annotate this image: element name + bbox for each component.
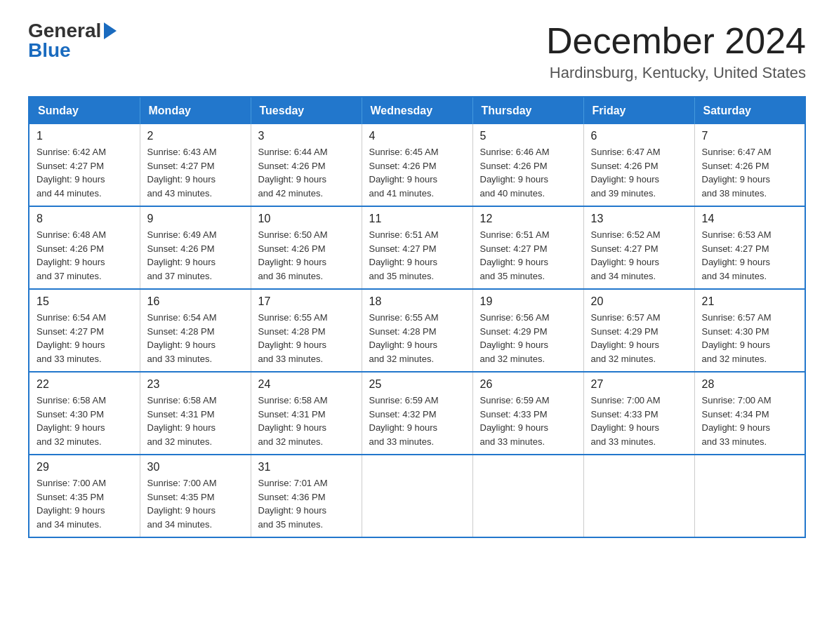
day-info: Sunrise: 6:51 AM Sunset: 4:27 PM Dayligh… bbox=[369, 228, 465, 283]
day-number: 4 bbox=[369, 130, 465, 142]
day-info: Sunrise: 6:43 AM Sunset: 4:27 PM Dayligh… bbox=[147, 145, 244, 200]
day-number: 15 bbox=[37, 295, 133, 308]
table-row: 16 Sunrise: 6:54 AM Sunset: 4:28 PM Dayl… bbox=[140, 289, 251, 372]
table-row bbox=[583, 455, 694, 537]
col-thursday: Thursday bbox=[472, 97, 583, 124]
calendar-week-row: 8 Sunrise: 6:48 AM Sunset: 4:26 PM Dayli… bbox=[29, 206, 805, 289]
col-monday: Monday bbox=[140, 97, 251, 124]
table-row: 20 Sunrise: 6:57 AM Sunset: 4:29 PM Dayl… bbox=[583, 289, 694, 372]
table-row bbox=[362, 455, 472, 537]
day-number: 30 bbox=[147, 461, 244, 474]
col-saturday: Saturday bbox=[694, 97, 805, 124]
table-row: 11 Sunrise: 6:51 AM Sunset: 4:27 PM Dayl… bbox=[362, 206, 472, 289]
table-row: 8 Sunrise: 6:48 AM Sunset: 4:26 PM Dayli… bbox=[29, 206, 140, 289]
calendar-week-row: 15 Sunrise: 6:54 AM Sunset: 4:27 PM Dayl… bbox=[29, 289, 805, 372]
calendar-week-row: 22 Sunrise: 6:58 AM Sunset: 4:30 PM Dayl… bbox=[29, 372, 805, 455]
table-row: 10 Sunrise: 6:50 AM Sunset: 4:26 PM Dayl… bbox=[251, 206, 362, 289]
day-info: Sunrise: 6:54 AM Sunset: 4:27 PM Dayligh… bbox=[37, 311, 133, 365]
table-row: 7 Sunrise: 6:47 AM Sunset: 4:26 PM Dayli… bbox=[694, 124, 805, 206]
day-info: Sunrise: 6:58 AM Sunset: 4:30 PM Dayligh… bbox=[37, 394, 133, 448]
day-number: 2 bbox=[147, 130, 244, 142]
day-info: Sunrise: 6:55 AM Sunset: 4:28 PM Dayligh… bbox=[258, 311, 355, 365]
day-number: 16 bbox=[147, 295, 244, 308]
day-info: Sunrise: 6:53 AM Sunset: 4:27 PM Dayligh… bbox=[702, 228, 798, 283]
calendar-week-row: 29 Sunrise: 7:00 AM Sunset: 4:35 PM Dayl… bbox=[29, 455, 805, 537]
table-row: 23 Sunrise: 6:58 AM Sunset: 4:31 PM Dayl… bbox=[140, 372, 251, 455]
day-number: 13 bbox=[591, 213, 687, 225]
table-row: 19 Sunrise: 6:56 AM Sunset: 4:29 PM Dayl… bbox=[472, 289, 583, 372]
day-number: 10 bbox=[258, 213, 355, 225]
table-row: 24 Sunrise: 6:58 AM Sunset: 4:31 PM Dayl… bbox=[251, 372, 362, 455]
day-number: 22 bbox=[37, 378, 133, 391]
day-info: Sunrise: 6:46 AM Sunset: 4:26 PM Dayligh… bbox=[480, 145, 576, 200]
table-row: 22 Sunrise: 6:58 AM Sunset: 4:30 PM Dayl… bbox=[29, 372, 140, 455]
day-number: 8 bbox=[37, 213, 133, 225]
day-info: Sunrise: 6:51 AM Sunset: 4:27 PM Dayligh… bbox=[480, 228, 576, 283]
col-sunday: Sunday bbox=[29, 97, 140, 124]
col-friday: Friday bbox=[583, 97, 694, 124]
page-header: General Blue December 2024 Hardinsburg, … bbox=[28, 21, 806, 82]
day-info: Sunrise: 6:42 AM Sunset: 4:27 PM Dayligh… bbox=[37, 145, 133, 200]
table-row: 3 Sunrise: 6:44 AM Sunset: 4:26 PM Dayli… bbox=[251, 124, 362, 206]
page-subtitle: Hardinsburg, Kentucky, United States bbox=[546, 64, 806, 82]
day-number: 14 bbox=[702, 213, 798, 225]
day-number: 7 bbox=[702, 130, 798, 142]
table-row: 29 Sunrise: 7:00 AM Sunset: 4:35 PM Dayl… bbox=[29, 455, 140, 537]
table-row bbox=[694, 455, 805, 537]
day-number: 18 bbox=[369, 295, 465, 308]
table-row: 31 Sunrise: 7:01 AM Sunset: 4:36 PM Dayl… bbox=[251, 455, 362, 537]
day-info: Sunrise: 6:47 AM Sunset: 4:26 PM Dayligh… bbox=[702, 145, 798, 200]
day-info: Sunrise: 6:58 AM Sunset: 4:31 PM Dayligh… bbox=[258, 394, 355, 448]
day-number: 25 bbox=[369, 378, 465, 391]
table-row: 21 Sunrise: 6:57 AM Sunset: 4:30 PM Dayl… bbox=[694, 289, 805, 372]
day-number: 12 bbox=[480, 213, 576, 225]
day-number: 3 bbox=[258, 130, 355, 142]
day-number: 11 bbox=[369, 213, 465, 225]
day-number: 31 bbox=[258, 461, 355, 474]
table-row: 9 Sunrise: 6:49 AM Sunset: 4:26 PM Dayli… bbox=[140, 206, 251, 289]
calendar-table: Sunday Monday Tuesday Wednesday Thursday… bbox=[28, 96, 806, 538]
logo-blue: Blue bbox=[28, 41, 71, 60]
day-number: 17 bbox=[258, 295, 355, 308]
day-number: 20 bbox=[591, 295, 687, 308]
table-row: 12 Sunrise: 6:51 AM Sunset: 4:27 PM Dayl… bbox=[472, 206, 583, 289]
page-title: December 2024 bbox=[546, 21, 806, 61]
day-number: 23 bbox=[147, 378, 244, 391]
col-wednesday: Wednesday bbox=[362, 97, 472, 124]
day-info: Sunrise: 6:54 AM Sunset: 4:28 PM Dayligh… bbox=[147, 311, 244, 365]
day-number: 28 bbox=[702, 378, 798, 391]
table-row: 1 Sunrise: 6:42 AM Sunset: 4:27 PM Dayli… bbox=[29, 124, 140, 206]
day-info: Sunrise: 6:57 AM Sunset: 4:29 PM Dayligh… bbox=[591, 311, 687, 365]
day-number: 19 bbox=[480, 295, 576, 308]
day-number: 24 bbox=[258, 378, 355, 391]
day-number: 1 bbox=[37, 130, 133, 142]
day-info: Sunrise: 7:00 AM Sunset: 4:35 PM Dayligh… bbox=[147, 476, 244, 531]
day-number: 26 bbox=[480, 378, 576, 391]
table-row: 5 Sunrise: 6:46 AM Sunset: 4:26 PM Dayli… bbox=[472, 124, 583, 206]
day-info: Sunrise: 7:01 AM Sunset: 4:36 PM Dayligh… bbox=[258, 476, 355, 531]
calendar-week-row: 1 Sunrise: 6:42 AM Sunset: 4:27 PM Dayli… bbox=[29, 124, 805, 206]
title-section: December 2024 Hardinsburg, Kentucky, Uni… bbox=[546, 21, 806, 82]
table-row: 18 Sunrise: 6:55 AM Sunset: 4:28 PM Dayl… bbox=[362, 289, 472, 372]
day-info: Sunrise: 6:48 AM Sunset: 4:26 PM Dayligh… bbox=[37, 228, 133, 283]
day-number: 5 bbox=[480, 130, 576, 142]
day-number: 27 bbox=[591, 378, 687, 391]
table-row: 6 Sunrise: 6:47 AM Sunset: 4:26 PM Dayli… bbox=[583, 124, 694, 206]
day-info: Sunrise: 6:47 AM Sunset: 4:26 PM Dayligh… bbox=[591, 145, 687, 200]
table-row: 15 Sunrise: 6:54 AM Sunset: 4:27 PM Dayl… bbox=[29, 289, 140, 372]
day-number: 21 bbox=[702, 295, 798, 308]
table-row: 26 Sunrise: 6:59 AM Sunset: 4:33 PM Dayl… bbox=[472, 372, 583, 455]
day-info: Sunrise: 7:00 AM Sunset: 4:35 PM Dayligh… bbox=[37, 476, 133, 531]
table-row: 28 Sunrise: 7:00 AM Sunset: 4:34 PM Dayl… bbox=[694, 372, 805, 455]
day-number: 29 bbox=[37, 461, 133, 474]
day-info: Sunrise: 6:59 AM Sunset: 4:33 PM Dayligh… bbox=[480, 394, 576, 448]
calendar-header-row: Sunday Monday Tuesday Wednesday Thursday… bbox=[29, 97, 805, 124]
table-row: 25 Sunrise: 6:59 AM Sunset: 4:32 PM Dayl… bbox=[362, 372, 472, 455]
logo: General Blue bbox=[28, 21, 117, 60]
table-row: 17 Sunrise: 6:55 AM Sunset: 4:28 PM Dayl… bbox=[251, 289, 362, 372]
day-number: 6 bbox=[591, 130, 687, 142]
table-row: 13 Sunrise: 6:52 AM Sunset: 4:27 PM Dayl… bbox=[583, 206, 694, 289]
day-info: Sunrise: 7:00 AM Sunset: 4:34 PM Dayligh… bbox=[702, 394, 798, 448]
day-info: Sunrise: 6:58 AM Sunset: 4:31 PM Dayligh… bbox=[147, 394, 244, 448]
day-info: Sunrise: 6:56 AM Sunset: 4:29 PM Dayligh… bbox=[480, 311, 576, 365]
